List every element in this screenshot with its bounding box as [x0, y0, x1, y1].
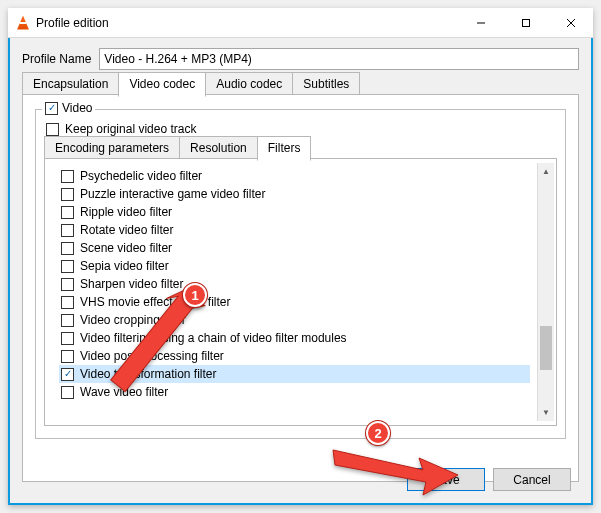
- tab-audio-codec[interactable]: Audio codec: [205, 72, 293, 96]
- filter-label: Sepia video filter: [80, 259, 169, 273]
- filter-item[interactable]: Wave video filter: [59, 383, 530, 401]
- filter-item[interactable]: ✓Video transformation filter: [59, 365, 530, 383]
- filter-item[interactable]: Sepia video filter: [59, 257, 530, 275]
- filter-label: Wave video filter: [80, 385, 168, 399]
- filter-item[interactable]: Video cropping filter: [59, 311, 530, 329]
- codec-tab-panel: ✓ Video Keep original video track Encodi…: [22, 94, 579, 482]
- filter-label: Sharpen video filter: [80, 277, 183, 291]
- codec-inner-tabstrip: Encoding parametersResolutionFilters: [45, 136, 311, 160]
- filter-checkbox[interactable]: [61, 332, 74, 345]
- filter-label: Video filtering using a chain of video f…: [80, 331, 347, 345]
- scroll-up-button[interactable]: ▲: [538, 163, 554, 180]
- filter-checkbox[interactable]: [61, 224, 74, 237]
- video-checkbox[interactable]: ✓: [45, 102, 58, 115]
- profile-name-input[interactable]: [99, 48, 579, 70]
- scroll-track[interactable]: [538, 180, 554, 404]
- profile-name-label: Profile Name: [22, 52, 91, 66]
- video-group: ✓ Video Keep original video track Encodi…: [35, 109, 566, 439]
- filter-label: Video transformation filter: [80, 367, 217, 381]
- filter-label: Scene video filter: [80, 241, 172, 255]
- filter-checkbox[interactable]: [61, 350, 74, 363]
- annotation-badge-1: 1: [183, 283, 207, 307]
- codec-tabstrip: EncapsulationVideo codecAudio codecSubti…: [23, 72, 360, 96]
- filters-scrollarea: Psychedelic video filterPuzzle interacti…: [49, 163, 554, 421]
- close-button[interactable]: [548, 8, 593, 37]
- filter-label: VHS movie effect video filter: [80, 295, 231, 309]
- filter-checkbox[interactable]: [61, 260, 74, 273]
- filters-panel: Psychedelic video filterPuzzle interacti…: [44, 158, 557, 426]
- filter-item[interactable]: Psychedelic video filter: [59, 167, 530, 185]
- tab-encoding-parameters[interactable]: Encoding parameters: [44, 136, 180, 160]
- filter-label: Psychedelic video filter: [80, 169, 202, 183]
- filter-label: Puzzle interactive game video filter: [80, 187, 265, 201]
- filter-checkbox[interactable]: [61, 278, 74, 291]
- scrollbar[interactable]: ▲ ▼: [537, 163, 554, 421]
- tab-video-codec[interactable]: Video codec: [118, 72, 206, 97]
- vlc-icon: [16, 16, 30, 30]
- scroll-thumb[interactable]: [540, 326, 552, 370]
- filter-checkbox[interactable]: [61, 314, 74, 327]
- video-codec-panel: ✓ Video Keep original video track Encodi…: [23, 95, 578, 447]
- scroll-down-button[interactable]: ▼: [538, 404, 554, 421]
- titlebar: Profile edition: [8, 8, 593, 38]
- tab-resolution[interactable]: Resolution: [179, 136, 258, 160]
- filter-label: Ripple video filter: [80, 205, 172, 219]
- save-button[interactable]: Save: [407, 468, 485, 491]
- video-group-legend: ✓ Video: [42, 101, 95, 115]
- svg-rect-1: [522, 19, 529, 26]
- filters-list: Psychedelic video filterPuzzle interacti…: [49, 163, 536, 421]
- profile-name-row: Profile Name: [22, 48, 579, 70]
- filter-label: Rotate video filter: [80, 223, 173, 237]
- tab-filters[interactable]: Filters: [257, 136, 312, 161]
- tab-encapsulation[interactable]: Encapsulation: [22, 72, 119, 96]
- annotation-badge-2: 2: [366, 421, 390, 445]
- filter-checkbox[interactable]: [61, 188, 74, 201]
- cancel-button[interactable]: Cancel: [493, 468, 571, 491]
- window-title: Profile edition: [36, 16, 458, 30]
- filter-checkbox[interactable]: [61, 206, 74, 219]
- dialog-buttons: Save Cancel: [407, 468, 571, 491]
- filter-item[interactable]: Sharpen video filter: [59, 275, 530, 293]
- tab-subtitles[interactable]: Subtitles: [292, 72, 360, 96]
- filter-item[interactable]: VHS movie effect video filter: [59, 293, 530, 311]
- window-frame: Profile edition Profile Name groovyPost.…: [8, 8, 593, 505]
- filter-item[interactable]: Scene video filter: [59, 239, 530, 257]
- filter-item[interactable]: Rotate video filter: [59, 221, 530, 239]
- filter-checkbox[interactable]: [61, 386, 74, 399]
- video-group-label: Video: [62, 101, 92, 115]
- filter-item[interactable]: Puzzle interactive game video filter: [59, 185, 530, 203]
- client-area: Profile Name groovyPost.com Encapsulatio…: [10, 38, 591, 503]
- filter-checkbox[interactable]: ✓: [61, 368, 74, 381]
- keep-original-label: Keep original video track: [65, 122, 196, 136]
- filter-checkbox[interactable]: [61, 296, 74, 309]
- filter-label: Video cropping filter: [80, 313, 186, 327]
- maximize-button[interactable]: [503, 8, 548, 37]
- filter-checkbox[interactable]: [61, 242, 74, 255]
- keep-original-row: Keep original video track: [46, 122, 555, 136]
- codec-inner-tabs-wrap: Encoding parametersResolutionFilters Psy…: [44, 158, 557, 426]
- codec-tabs-wrap: EncapsulationVideo codecAudio codecSubti…: [22, 94, 579, 482]
- minimize-button[interactable]: [458, 8, 503, 37]
- filter-item[interactable]: Ripple video filter: [59, 203, 530, 221]
- filter-item[interactable]: Video filtering using a chain of video f…: [59, 329, 530, 347]
- filter-checkbox[interactable]: [61, 170, 74, 183]
- keep-original-checkbox[interactable]: [46, 123, 59, 136]
- filter-item[interactable]: Video post processing filter: [59, 347, 530, 365]
- window-controls: [458, 8, 593, 37]
- filter-label: Video post processing filter: [80, 349, 224, 363]
